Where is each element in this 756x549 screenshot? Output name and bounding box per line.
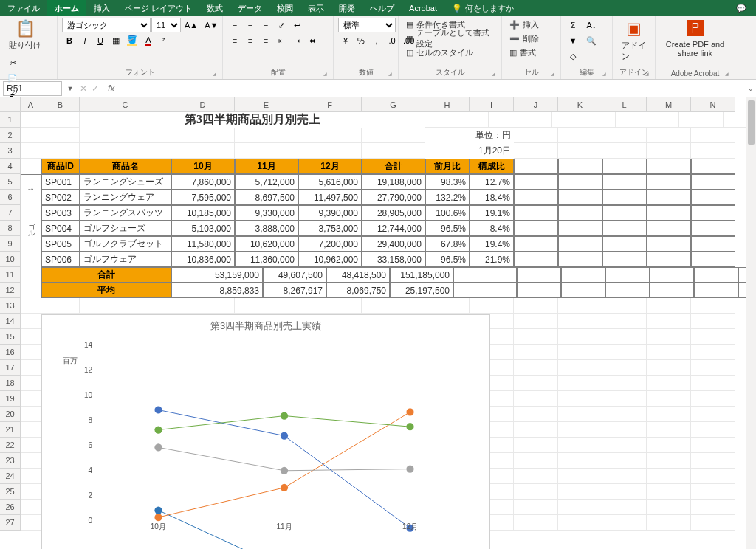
cell[interactable] [453, 283, 517, 298]
cell[interactable] [691, 174, 735, 190]
col-E[interactable]: E [235, 97, 298, 112]
cell[interactable]: 8.4% [470, 221, 514, 236]
col-M[interactable]: M [647, 97, 691, 112]
cell[interactable] [602, 314, 647, 329]
cell[interactable]: 7,595,000 [171, 190, 235, 205]
cell[interactable] [171, 128, 235, 143]
cell[interactable] [558, 314, 602, 329]
cell[interactable] [691, 391, 735, 407]
cell[interactable]: 8,697,500 [235, 190, 298, 205]
cell[interactable] [171, 143, 235, 159]
cell[interactable] [21, 298, 41, 314]
cell[interactable] [691, 345, 735, 360]
cell[interactable] [602, 469, 647, 484]
cell[interactable]: 前月比 [425, 159, 470, 174]
cell[interactable] [21, 128, 41, 143]
cell[interactable] [691, 422, 735, 438]
cell[interactable] [647, 329, 691, 345]
tab-insert[interactable]: 挿入 [86, 0, 117, 16]
find-select-button[interactable]: 🔍 [583, 33, 599, 48]
col-B[interactable]: B [41, 97, 80, 112]
cell[interactable] [558, 221, 602, 236]
cell[interactable] [602, 205, 647, 221]
cell[interactable] [602, 360, 647, 376]
cell[interactable] [647, 143, 691, 159]
cell[interactable] [514, 236, 558, 252]
cell[interactable] [514, 205, 558, 221]
cell[interactable] [558, 205, 602, 221]
cell[interactable] [561, 267, 605, 283]
cell[interactable] [489, 112, 552, 128]
fill-button[interactable]: ▼ [566, 33, 580, 48]
cell[interactable] [647, 438, 691, 453]
cell[interactable] [558, 345, 602, 360]
cell[interactable] [235, 143, 298, 159]
cell[interactable] [558, 159, 602, 174]
cell[interactable] [647, 407, 691, 422]
tab-acrobat[interactable]: Acrobat [402, 0, 444, 16]
row-18[interactable]: 18 [0, 376, 21, 391]
cell[interactable] [21, 438, 41, 453]
cell[interactable]: ゴルフシューズ [80, 221, 171, 236]
cell[interactable] [470, 298, 514, 314]
cell[interactable] [561, 283, 605, 298]
decrease-indent-button[interactable]: ⇤ [274, 33, 289, 48]
cell[interactable] [679, 112, 724, 128]
cell[interactable] [602, 236, 647, 252]
cell[interactable]: 構成比 [470, 159, 514, 174]
cell[interactable] [602, 159, 647, 174]
underline-button[interactable]: U [93, 33, 108, 48]
cell[interactable]: SP004 [41, 221, 80, 236]
cell[interactable]: 10,836,000 [171, 252, 235, 267]
cell[interactable]: 5,103,000 [171, 221, 235, 236]
row-23[interactable]: 23 [0, 453, 21, 469]
cell[interactable] [514, 298, 558, 314]
cell[interactable] [514, 360, 558, 376]
cell[interactable] [21, 376, 41, 391]
tab-pagelayout[interactable]: ページ レイアウト [117, 0, 199, 16]
cell[interactable] [691, 205, 735, 221]
cell[interactable]: SP002 [41, 190, 80, 205]
cell[interactable] [21, 329, 41, 345]
col-H[interactable]: H [425, 97, 470, 112]
phonetic-button[interactable]: ᶻ [157, 33, 171, 48]
clear-button[interactable]: ◇ [566, 49, 580, 63]
cell[interactable] [298, 298, 362, 314]
cell[interactable] [691, 159, 735, 174]
tab-help[interactable]: ヘルプ [362, 0, 402, 16]
cell[interactable] [602, 438, 647, 453]
row-19[interactable]: 19 [0, 391, 21, 407]
cell[interactable] [691, 484, 735, 500]
cell[interactable]: 96.5% [425, 252, 470, 267]
cell[interactable] [558, 128, 602, 143]
font-color-button[interactable]: A [141, 33, 156, 48]
cell[interactable]: 10,620,000 [235, 236, 298, 252]
cell[interactable] [425, 298, 470, 314]
row-5[interactable]: 5 [0, 174, 21, 190]
insert-cells-button[interactable]: ➕挿入 [506, 18, 542, 31]
cell[interactable] [41, 143, 80, 159]
cut-button[interactable]: ✂ [4, 55, 21, 70]
sort-filter-button[interactable]: A↓ [583, 18, 599, 32]
col-C[interactable]: C [80, 97, 171, 112]
row-17[interactable]: 17 [0, 360, 21, 376]
cell[interactable]: 11月 [235, 159, 298, 174]
cell[interactable]: 10月 [171, 159, 235, 174]
worksheet[interactable]: ABCDEFGHIJKLMN 1第3四半期商品別月別売上2単位：円31月20日4… [0, 97, 756, 549]
cell[interactable]: 合計 [41, 267, 171, 283]
cell[interactable] [171, 298, 235, 314]
cell[interactable] [558, 376, 602, 391]
cell[interactable] [235, 298, 298, 314]
cell[interactable] [691, 221, 735, 236]
cell[interactable] [21, 236, 41, 252]
cell[interactable] [602, 190, 647, 205]
row-7[interactable]: 7 [0, 205, 21, 221]
cell[interactable] [21, 500, 41, 515]
col-G[interactable]: G [362, 97, 425, 112]
cell[interactable] [514, 128, 558, 143]
cell[interactable] [558, 407, 602, 422]
cell[interactable] [514, 314, 558, 329]
cell[interactable] [453, 267, 517, 283]
cell[interactable] [298, 143, 362, 159]
cell[interactable]: 49,607,500 [263, 267, 326, 283]
